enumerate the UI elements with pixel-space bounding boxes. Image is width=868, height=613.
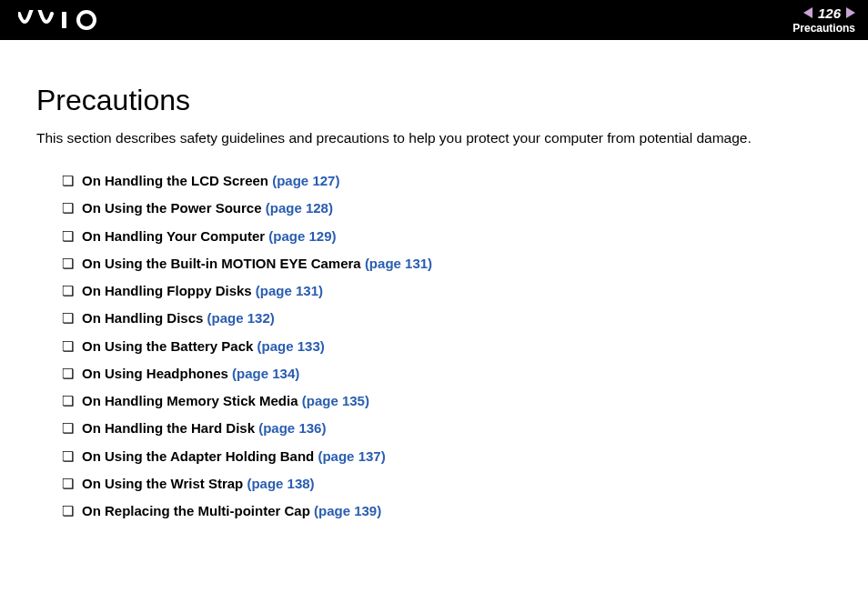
toc-item-page-ref[interactable]: (page 139) [314, 503, 381, 518]
toc-item: On Using the Adapter Holding Band (page … [62, 447, 832, 466]
toc-item-label: On Handling Floppy Disks [82, 283, 252, 298]
toc-item: On Using Headphones (page 134) [62, 365, 832, 383]
toc-item-label: On Using the Power Source [82, 200, 262, 216]
toc-item: On Handling Floppy Disks (page 131) [62, 282, 832, 300]
header-right: 126 Precautions [792, 6, 855, 35]
toc-item-label: On Handling Your Computer [82, 228, 265, 244]
page-title: Precautions [36, 84, 832, 117]
prev-page-icon[interactable] [803, 7, 812, 18]
svg-point-1 [78, 12, 95, 28]
toc-item-page-ref[interactable]: (page 137) [318, 448, 385, 464]
page-number: 126 [818, 6, 841, 20]
toc-item-page-ref[interactable]: (page 135) [302, 393, 369, 408]
toc-item-label: On Handling the Hard Disk [82, 420, 255, 436]
toc-item-label: On Using the Wrist Strap [82, 476, 243, 491]
toc-item-page-ref[interactable]: (page 127) [272, 173, 339, 188]
toc-item: On Using the Wrist Strap (page 138) [62, 475, 832, 493]
toc-item-page-ref[interactable]: (page 132) [207, 310, 275, 326]
next-page-icon[interactable] [846, 7, 855, 18]
toc-item-page-ref[interactable]: (page 131) [256, 283, 323, 298]
intro-text: This section describes safety guidelines… [36, 130, 832, 146]
page-nav: 126 [792, 6, 855, 20]
toc-item: On Handling Your Computer (page 129) [62, 227, 832, 246]
svg-rect-0 [62, 12, 66, 28]
toc-item: On Handling Memory Stick Media (page 135… [62, 392, 832, 410]
toc-item-label: On Using the Built-in MOTION EYE Camera [82, 256, 361, 271]
toc-item-page-ref[interactable]: (page 138) [247, 476, 314, 491]
toc-item: On Handling the LCD Screen (page 127) [62, 172, 832, 190]
toc-item: On Handling the Hard Disk (page 136) [62, 419, 832, 437]
toc-list: On Handling the LCD Screen (page 127)On … [36, 172, 832, 520]
toc-item: On Using the Built-in MOTION EYE Camera … [62, 255, 832, 273]
toc-item: On Using the Battery Pack (page 133) [62, 337, 832, 356]
toc-item-label: On Using Headphones [82, 366, 228, 381]
toc-item-label: On Handling Memory Stick Media [82, 393, 298, 408]
toc-item-label: On Handling the LCD Screen [82, 173, 268, 188]
toc-item-label: On Using the Battery Pack [82, 338, 253, 354]
toc-item-page-ref[interactable]: (page 131) [365, 256, 432, 271]
toc-item-label: On Handling Discs [82, 310, 203, 326]
toc-item-label: On Replacing the Multi-pointer Cap [82, 503, 310, 518]
toc-item: On Replacing the Multi-pointer Cap (page… [62, 502, 832, 520]
vaio-logo-svg [18, 10, 109, 30]
vaio-logo [18, 10, 109, 30]
toc-item: On Using the Power Source (page 128) [62, 199, 832, 217]
toc-item-page-ref[interactable]: (page 136) [258, 420, 326, 436]
header-bar: 126 Precautions [0, 0, 868, 40]
toc-item-label: On Using the Adapter Holding Band [82, 448, 314, 464]
content-area: Precautions This section describes safet… [0, 40, 868, 520]
toc-item: On Handling Discs (page 132) [62, 309, 832, 327]
toc-item-page-ref[interactable]: (page 128) [266, 200, 333, 216]
toc-item-page-ref[interactable]: (page 133) [257, 338, 325, 354]
toc-item-page-ref[interactable]: (page 134) [232, 366, 299, 381]
header-section-label: Precautions [792, 22, 855, 35]
toc-item-page-ref[interactable]: (page 129) [268, 228, 336, 244]
